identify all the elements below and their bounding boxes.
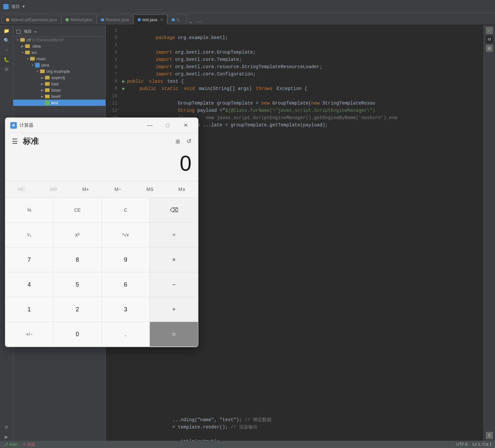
tab-test[interactable]: test.java ✕ — [133, 15, 167, 24]
calc-btn-subtract[interactable]: − — [150, 272, 198, 297]
code-line-10: GroupTemplate groupTemplate = new GroupT… — [122, 92, 483, 100]
tree-item-test-file[interactable]: test — [13, 100, 105, 106]
file-icon-test — [45, 101, 50, 105]
sidebar-dropdown-icon[interactable]: ▾ — [34, 29, 36, 34]
folder-icon-aspectj — [45, 76, 50, 79]
ide-topbar: 项目 ▾ — [0, 0, 495, 13]
calc-mem-ms[interactable]: MS — [134, 181, 166, 198]
tree-item-idea[interactable]: ▶ .idea — [13, 43, 105, 49]
ide-right-panel: ✓ M ⊞ ⇅ — [483, 25, 495, 441]
calc-btn-divide[interactable]: ÷ — [150, 223, 198, 247]
tree-item-bad[interactable]: ▶ bad — [13, 81, 105, 87]
calc-display-value: 0 — [180, 153, 191, 174]
calc-btn-7[interactable]: 7 — [5, 247, 54, 272]
calc-btn-3[interactable]: 3 — [102, 297, 150, 322]
calc-btn-2[interactable]: 2 — [54, 297, 102, 322]
folder-icon-idea — [25, 44, 30, 48]
sidebar-toolbar: 项目 ▾ — [13, 27, 105, 37]
tree-arrow-java: ▾ — [30, 63, 35, 67]
tree-label-beetl: beetl — [51, 94, 61, 99]
tab-close-button[interactable]: ✕ — [160, 18, 163, 22]
left-icon-settings[interactable]: ⚙ — [3, 423, 11, 431]
tab-label-s: S... — [177, 18, 183, 22]
tree-label-test: test — [51, 100, 58, 105]
calc-btn-8[interactable]: 8 — [54, 247, 102, 272]
calc-btn-sqrt[interactable]: ²√x — [102, 223, 150, 247]
calc-btn-percent[interactable]: % — [5, 198, 54, 223]
left-icon-debug[interactable]: 🐛 — [3, 56, 11, 64]
calc-window-controls: — □ ✕ — [142, 120, 193, 131]
sidebar-toolbar-expand-icon — [17, 30, 21, 34]
code-line-1: package org.example.beetl; — [122, 27, 483, 34]
left-icon-extensions[interactable]: ⊞ — [3, 65, 11, 73]
tree-item-beetl[interactable]: ▶ beetl — [13, 93, 105, 100]
calc-mem-mplus[interactable]: M+ — [69, 181, 102, 198]
tab-dropdown[interactable]: ⌄ — [187, 18, 194, 24]
calc-buttons-grid: % CE C ⌫ ¹⁄ₓ x² ²√x ÷ 7 8 9 × 4 5 6 − 1 … — [5, 198, 198, 347]
left-icon-bottom[interactable]: ▶ — [3, 433, 11, 441]
topbar-title: 项目 — [11, 4, 20, 10]
calc-btn-9[interactable]: 9 — [102, 247, 150, 272]
topbar-dropdown[interactable]: ▾ — [22, 4, 25, 9]
tree-path-ctf: D:\Desktop\life\ctf — [32, 38, 63, 42]
folder-icon-bad — [45, 82, 50, 86]
status-encoding: UTF-8 — [456, 442, 468, 447]
tab-label: Method.java — [70, 18, 92, 22]
left-icon-git[interactable]: ⑂ — [3, 46, 11, 54]
tree-arrow-main: ▾ — [25, 57, 30, 61]
calc-btn-c[interactable]: C — [102, 198, 150, 223]
calc-btn-5[interactable]: 5 — [54, 272, 102, 297]
tree-arrow-idea: ▶ — [20, 44, 25, 48]
calc-btn-0[interactable]: 0 — [54, 322, 102, 347]
folder-icon-ctf — [20, 38, 25, 42]
tree-item-bean[interactable]: ▶ bean — [13, 87, 105, 93]
left-icon-search[interactable]: 🔍 — [3, 36, 11, 44]
calc-btn-multiply[interactable]: × — [150, 247, 198, 272]
tab-nativecallexpression[interactable]: NativeCallExpression.java — [2, 15, 61, 24]
calc-btn-1[interactable]: 1 — [5, 297, 54, 322]
calc-minimize-button[interactable]: — — [142, 120, 157, 131]
calc-btn-decimal[interactable]: . — [102, 322, 150, 347]
left-icon-folder[interactable]: 📁 — [3, 27, 11, 35]
tab-icon-green — [65, 18, 69, 22]
tab-runtime[interactable]: Runtime.java — [97, 15, 133, 24]
calc-btn-backspace[interactable]: ⌫ — [150, 198, 198, 223]
calc-btn-negate[interactable]: +/− — [5, 322, 54, 347]
calc-mode-icon: ⊞ — [174, 137, 182, 146]
code-line-9: ▶ public static void main(String[] args)… — [122, 85, 483, 92]
tree-label-bad: bad — [51, 81, 59, 86]
calc-btn-square[interactable]: x² — [54, 223, 102, 247]
calc-btn-equals[interactable]: = — [150, 322, 198, 347]
calc-mem-mv[interactable]: M∨ — [166, 181, 198, 198]
tree-arrow-bad: ▶ — [40, 82, 45, 86]
tab-method[interactable]: Method.java — [61, 15, 96, 24]
calc-close-button[interactable]: ✕ — [178, 120, 193, 131]
folder-icon-java — [35, 63, 40, 67]
calc-mem-mminus[interactable]: M− — [102, 181, 134, 198]
tree-item-orgexample[interactable]: ▾ org.example — [13, 68, 105, 74]
calc-btn-add[interactable]: + — [150, 297, 198, 322]
tree-item-src[interactable]: ▾ src — [13, 49, 105, 56]
status-bar: ⎇ main ✕ 连接 UTF-8 Ln 1, Col 1 — [0, 441, 495, 448]
right-icon-bottom[interactable]: ⇅ — [486, 432, 493, 439]
calc-maximize-button[interactable]: □ — [160, 120, 175, 131]
tree-item-aspectj[interactable]: ▶ aspectj — [13, 74, 105, 81]
tree-item-main[interactable]: ▾ main — [13, 56, 105, 62]
calc-btn-reciprocal[interactable]: ¹⁄ₓ — [5, 223, 54, 247]
calc-btn-4[interactable]: 4 — [5, 272, 54, 297]
calc-mem-mr[interactable]: MR — [37, 181, 69, 198]
calc-history-icon[interactable]: ↺ — [185, 136, 193, 147]
calc-btn-ce[interactable]: CE — [54, 198, 102, 223]
tree-item-java[interactable]: ▾ java — [13, 62, 105, 68]
right-icon-2[interactable]: M — [486, 36, 493, 43]
tab-s[interactable]: S... — [167, 15, 187, 24]
right-icon-1[interactable]: ✓ — [486, 27, 493, 34]
right-icon-3[interactable]: ⊞ — [486, 45, 493, 52]
tab-more[interactable]: ⋯ — [194, 18, 203, 24]
code-line-8: ▶ public class test { — [122, 78, 483, 85]
calc-menu-icon[interactable]: ☰ — [10, 136, 20, 147]
calc-btn-6[interactable]: 6 — [102, 272, 150, 297]
tab-label: NativeCallExpression.java — [11, 18, 57, 22]
calc-mem-mc[interactable]: MC — [5, 181, 37, 198]
tree-item-ctf[interactable]: ▾ ctf D:\Desktop\life\ctf — [13, 37, 105, 43]
